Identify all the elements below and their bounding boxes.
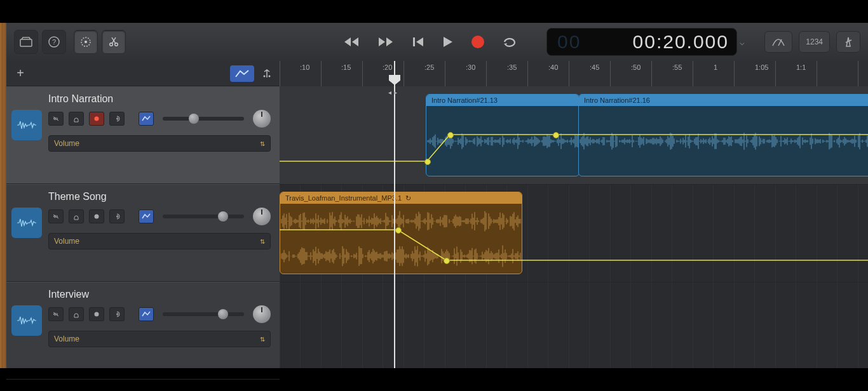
- mute-button[interactable]: [48, 112, 64, 126]
- track-automation-button[interactable]: [139, 112, 154, 126]
- ruler-tick: 1:1: [796, 63, 806, 71]
- svg-point-13: [116, 118, 118, 119]
- timeline-lane[interactable]: [280, 282, 868, 368]
- svg-point-15: [116, 216, 118, 217]
- automation-param-label: Volume: [54, 237, 79, 246]
- solo-button[interactable]: [69, 307, 84, 321]
- count-label: 1234: [806, 37, 823, 46]
- svg-point-6: [115, 43, 118, 46]
- tracks-area: Intro Narration#21.13Intro Narration#21.…: [280, 86, 868, 368]
- ruler-tick: :25: [424, 63, 434, 71]
- track-name: Interview: [48, 289, 271, 300]
- ruler-tick: :50: [631, 63, 641, 71]
- lcd-time-value: 00:20.000: [633, 31, 729, 53]
- automation-point[interactable]: [447, 132, 454, 138]
- record-enable-button[interactable]: [89, 112, 104, 126]
- record-enable-button[interactable]: [89, 209, 104, 223]
- svg-text:?: ?: [52, 38, 56, 46]
- playhead-nudge-icon: ◂▸: [388, 89, 400, 96]
- transport-controls: [343, 36, 517, 48]
- top-toolbar: ? 00 00:20.000 ⌵ 1234: [6, 23, 868, 61]
- volume-slider[interactable]: [163, 215, 244, 218]
- track-filter-button[interactable]: [259, 65, 275, 82]
- smart-controls-button[interactable]: [74, 30, 98, 54]
- clip-label: Intro Narration#21.13: [431, 96, 498, 104]
- ruler-tick: :55: [672, 63, 682, 71]
- record-button[interactable]: [471, 36, 484, 48]
- track-header[interactable]: Theme Song Volume⇅: [6, 184, 280, 282]
- automation-point[interactable]: [553, 132, 559, 138]
- add-track-button[interactable]: +: [11, 65, 29, 83]
- svg-point-5: [110, 43, 113, 46]
- mute-button[interactable]: [48, 307, 64, 321]
- track-header[interactable]: Intro Narration Volume⇅: [6, 86, 280, 184]
- pan-knob[interactable]: [253, 305, 271, 323]
- tuner-button[interactable]: [764, 31, 792, 53]
- ruler-tick: 1: [714, 63, 717, 71]
- count-in-button[interactable]: 1234: [799, 31, 830, 53]
- pan-knob[interactable]: [253, 208, 271, 225]
- loop-icon: ↻: [405, 194, 411, 202]
- clip-label: Intro Narration#21.16: [584, 96, 650, 104]
- rewind-button[interactable]: [343, 36, 360, 48]
- automation-param-select[interactable]: Volume⇅: [48, 331, 271, 347]
- svg-rect-0: [20, 39, 32, 46]
- automation-point[interactable]: [444, 258, 450, 264]
- automation-point[interactable]: [395, 227, 402, 234]
- timeline[interactable]: :10:15:20:25:30:35:40:45:50:5511:051:1 I…: [280, 61, 868, 368]
- svg-point-11: [269, 75, 271, 77]
- chevron-updown-icon: ⇅: [260, 140, 265, 147]
- play-button[interactable]: [442, 36, 454, 48]
- input-monitor-button[interactable]: [109, 307, 125, 321]
- clip-label: Travis_Loafman_Instrumental_MP3.1: [285, 194, 402, 202]
- track-headers-panel: + Intro Narration Volume⇅: [6, 61, 280, 368]
- input-monitor-button[interactable]: [109, 209, 125, 223]
- track-type-icon: [11, 208, 42, 238]
- track-automation-button[interactable]: [139, 307, 154, 321]
- ruler-tick: :45: [590, 63, 599, 71]
- audio-clip[interactable]: Travis_Loafman_Instrumental_MP3.1↻: [280, 192, 522, 274]
- automation-param-select[interactable]: Volume⇅: [48, 233, 271, 249]
- go-to-start-button[interactable]: [412, 36, 424, 48]
- ruler-tick: :30: [466, 63, 475, 71]
- svg-point-14: [95, 215, 99, 219]
- audio-clip[interactable]: Intro Narration#21.16: [578, 94, 868, 176]
- volume-slider[interactable]: [163, 117, 244, 121]
- ruler-tick: :20: [383, 63, 392, 71]
- ruler-tick: :35: [507, 63, 517, 71]
- solo-button[interactable]: [69, 112, 84, 126]
- metronome-button[interactable]: [836, 31, 860, 53]
- ruler-tick: 1:05: [755, 63, 768, 71]
- time-ruler[interactable]: :10:15:20:25:30:35:40:45:50:5511:051:1: [280, 61, 868, 87]
- chevron-updown-icon: ⇅: [260, 336, 265, 343]
- track-type-icon: [11, 110, 42, 140]
- time-display[interactable]: 00 00:20.000: [546, 28, 737, 56]
- mute-button[interactable]: [48, 209, 64, 223]
- fast-forward-button[interactable]: [377, 36, 394, 48]
- library-button[interactable]: [14, 30, 38, 54]
- automation-toggle[interactable]: [230, 65, 254, 82]
- input-monitor-button[interactable]: [109, 112, 125, 126]
- ruler-tick: :40: [548, 63, 558, 71]
- track-type-icon: [11, 305, 42, 336]
- chevron-updown-icon: ⇅: [260, 238, 265, 245]
- svg-point-16: [95, 312, 99, 317]
- pan-knob[interactable]: [253, 110, 271, 128]
- track-automation-button[interactable]: [139, 209, 154, 223]
- record-enable-button[interactable]: [89, 307, 104, 321]
- track-name: Theme Song: [48, 191, 271, 202]
- solo-button[interactable]: [69, 209, 84, 223]
- svg-point-17: [116, 314, 118, 315]
- playhead-line[interactable]: [394, 61, 395, 368]
- lcd-mode-dropdown[interactable]: ⌵: [737, 28, 747, 56]
- svg-rect-7: [413, 37, 415, 46]
- automation-point[interactable]: [424, 159, 431, 165]
- automation-param-select[interactable]: Volume⇅: [48, 135, 271, 152]
- track-header[interactable]: Interview Volume⇅: [6, 282, 280, 380]
- help-button[interactable]: ?: [42, 30, 66, 54]
- svg-point-12: [95, 117, 99, 121]
- scissors-button[interactable]: [102, 30, 126, 54]
- cycle-button[interactable]: [502, 36, 517, 48]
- volume-slider[interactable]: [163, 312, 244, 316]
- lcd-ghost-digits: 00: [557, 31, 581, 53]
